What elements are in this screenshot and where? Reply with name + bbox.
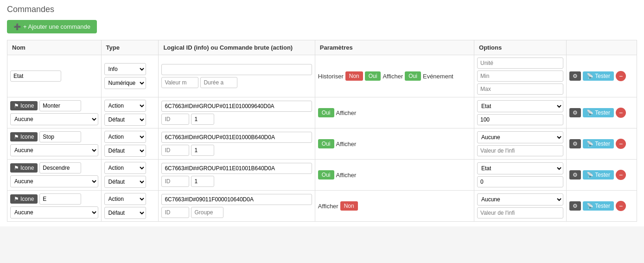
commands-table: Nom Type Logical ID (info) ou Commande b… (7, 40, 637, 222)
afficher-oui-btn-etat[interactable]: Oui (405, 71, 421, 81)
options-val-monter[interactable] (477, 114, 563, 125)
remove-btn-monter[interactable]: − (616, 108, 626, 118)
type-select-monter[interactable]: Action Info (104, 100, 146, 112)
col-params: Paramètres (315, 40, 474, 55)
share-btn-descendre[interactable]: ⚙ (569, 170, 581, 180)
nom-input-monter[interactable] (39, 100, 81, 111)
options-select-monter[interactable]: Etat Aucune (477, 100, 563, 112)
unite-input[interactable] (477, 58, 563, 69)
nom-input-etat[interactable] (10, 71, 61, 82)
add-command-button[interactable]: ➕ + Ajouter une commande (7, 20, 97, 33)
table-row: ⚑ Icone Aucune (7, 128, 637, 160)
flag-icon-e: ⚑ (14, 196, 19, 202)
logid-input-monter[interactable] (161, 101, 312, 112)
type-select-descendre[interactable]: Action Info (104, 162, 146, 174)
options-select-stop[interactable]: Aucune Etat (477, 131, 563, 143)
remove-btn-etat[interactable]: − (616, 71, 626, 81)
table-row: ⚑ Icone Aucune (7, 160, 637, 191)
afficher-label-stop: Afficher (336, 141, 357, 148)
add-command-label: + Ajouter une commande (23, 23, 90, 30)
id-input-monter[interactable] (161, 114, 189, 125)
val-input-stop[interactable] (191, 145, 214, 156)
flag-icon-monter: ⚑ (14, 103, 19, 109)
groupe-input-e[interactable] (191, 207, 223, 218)
tester-btn-descendre[interactable]: 📡 Tester (583, 170, 614, 180)
col-type: Type (101, 40, 159, 55)
historiser-label: Historiser (318, 73, 344, 80)
duree-input-etat[interactable] (200, 77, 237, 88)
share-btn-monter[interactable]: ⚙ (569, 108, 581, 117)
type-sub-select-e[interactable]: Défaut (104, 207, 146, 219)
oui-btn-etat[interactable]: Oui (365, 71, 381, 81)
id-input-stop[interactable] (161, 145, 189, 156)
afficher-label-descendre: Afficher (336, 172, 357, 179)
non-btn-e[interactable]: Non (340, 201, 358, 211)
flag-icon-stop: ⚑ (14, 134, 19, 140)
share-btn-e[interactable]: ⚙ (569, 201, 581, 211)
type-select-stop[interactable]: Action Info (104, 131, 146, 143)
tester-btn-monter[interactable]: 📡 Tester (583, 108, 614, 117)
afficher-label-e: Afficher (318, 203, 338, 210)
options-val-e[interactable] (477, 207, 563, 218)
nom-input-descendre[interactable] (39, 162, 81, 173)
icone-btn-descendre[interactable]: ⚑ Icone (10, 163, 38, 173)
flag-icon-descendre: ⚑ (14, 165, 19, 171)
afficher-label-monter: Afficher (336, 109, 357, 116)
aucune-select-e[interactable]: Aucune (10, 206, 98, 218)
oui-btn-descendre[interactable]: Oui (318, 170, 334, 180)
val-input-descendre[interactable] (191, 176, 214, 187)
col-nom: Nom (7, 40, 102, 55)
plus-icon: ➕ (13, 23, 21, 30)
id-input-descendre[interactable] (161, 176, 189, 187)
type-sub-select-etat[interactable]: Numérique Binaire Autre (104, 77, 146, 89)
type-sub-select-stop[interactable]: Défaut (104, 145, 146, 157)
icone-btn-stop[interactable]: ⚑ Icone (10, 132, 38, 141)
table-row: ⚑ Icone Aucune (7, 97, 637, 128)
id-input-e[interactable] (161, 207, 189, 218)
share-btn-etat[interactable]: ⚙ (569, 71, 581, 81)
col-logid: Logical ID (info) ou Commande brute (act… (159, 40, 315, 55)
max-input[interactable] (477, 83, 563, 95)
type-select-e[interactable]: Action Info (104, 193, 146, 205)
oui-btn-stop[interactable]: Oui (318, 139, 334, 148)
options-val-descendre[interactable] (477, 176, 563, 187)
remove-btn-e[interactable]: − (616, 201, 626, 211)
col-actions (567, 40, 637, 55)
afficher-label-etat: Afficher (383, 73, 403, 80)
options-select-e[interactable]: Aucune Etat (477, 193, 563, 205)
options-val-stop[interactable] (477, 145, 563, 156)
val-input-monter[interactable] (191, 114, 214, 125)
icone-btn-monter[interactable]: ⚑ Icone (10, 101, 38, 110)
type-sub-select-monter[interactable]: Défaut (104, 114, 146, 126)
remove-btn-stop[interactable]: − (616, 139, 626, 149)
tester-btn-e[interactable]: 📡 Tester (583, 201, 614, 211)
nom-input-stop[interactable] (39, 131, 81, 142)
aucune-select-monter[interactable]: Aucune (10, 113, 98, 125)
min-input[interactable] (477, 71, 563, 82)
icone-btn-e[interactable]: ⚑ Icone (10, 194, 38, 204)
valeur-input-etat[interactable] (161, 77, 198, 88)
tester-btn-stop[interactable]: 📡 Tester (583, 139, 614, 148)
options-select-descendre[interactable]: Etat Aucune (477, 162, 563, 174)
evenement-label: Evénement (423, 73, 453, 80)
table-row: Info Action Numérique Binaire Autre (7, 55, 637, 97)
aucune-select-descendre[interactable]: Aucune (10, 175, 98, 187)
page-title: Commandes (7, 5, 637, 14)
oui-btn-monter[interactable]: Oui (318, 108, 334, 117)
col-options: Options (474, 40, 567, 55)
logid-input-etat[interactable] (161, 64, 312, 75)
table-row: ⚑ Icone Aucune (7, 191, 637, 222)
logid-input-stop[interactable] (161, 132, 312, 143)
share-btn-stop[interactable]: ⚙ (569, 139, 581, 148)
type-select-etat[interactable]: Info Action (104, 63, 146, 75)
nom-input-e[interactable] (39, 193, 81, 205)
remove-btn-descendre[interactable]: − (616, 170, 626, 180)
type-sub-select-descendre[interactable]: Défaut (104, 176, 146, 188)
historiser-non-btn[interactable]: Non (345, 71, 363, 81)
aucune-select-stop[interactable]: Aucune (10, 144, 98, 156)
tester-btn-etat[interactable]: 📡 Tester (583, 71, 614, 81)
logid-input-descendre[interactable] (161, 163, 312, 174)
logid-input-e[interactable] (161, 194, 312, 205)
